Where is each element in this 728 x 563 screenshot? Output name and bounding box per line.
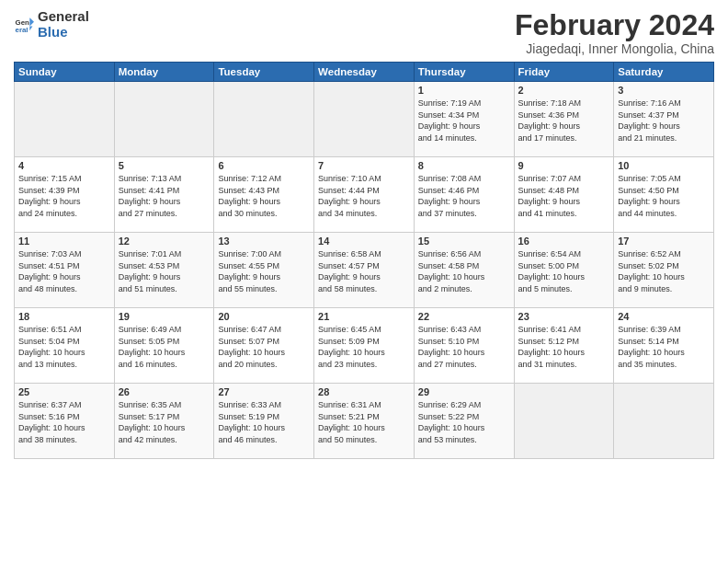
calendar-cell: 24Sunrise: 6:39 AM Sunset: 5:14 PM Dayli…	[614, 308, 714, 384]
logo-line1: General	[38, 8, 89, 24]
day-info: Sunrise: 6:49 AM Sunset: 5:05 PM Dayligh…	[119, 324, 210, 370]
column-header-friday: Friday	[514, 63, 614, 82]
calendar-cell	[514, 384, 614, 459]
calendar-cell: 13Sunrise: 7:00 AM Sunset: 4:55 PM Dayli…	[214, 233, 314, 308]
calendar-cell: 2Sunrise: 7:18 AM Sunset: 4:36 PM Daylig…	[514, 82, 614, 157]
calendar-cell	[314, 82, 415, 157]
day-info: Sunrise: 7:19 AM Sunset: 4:34 PM Dayligh…	[418, 98, 510, 144]
day-number: 14	[318, 236, 410, 247]
calendar-cell: 11Sunrise: 7:03 AM Sunset: 4:51 PM Dayli…	[15, 233, 115, 308]
svg-text:eral: eral	[16, 25, 28, 33]
day-number: 4	[18, 160, 110, 171]
calendar-cell: 1Sunrise: 7:19 AM Sunset: 4:34 PM Daylig…	[414, 82, 514, 157]
calendar-cell: 20Sunrise: 6:47 AM Sunset: 5:07 PM Dayli…	[214, 308, 314, 384]
day-number: 24	[618, 311, 710, 322]
day-number: 18	[18, 311, 110, 322]
calendar-cell: 7Sunrise: 7:10 AM Sunset: 4:44 PM Daylig…	[314, 157, 415, 233]
calendar-cell: 27Sunrise: 6:33 AM Sunset: 5:19 PM Dayli…	[214, 384, 314, 459]
day-number: 8	[418, 160, 510, 171]
calendar-cell: 10Sunrise: 7:05 AM Sunset: 4:50 PM Dayli…	[614, 157, 714, 233]
day-number: 22	[418, 311, 510, 322]
day-number: 28	[318, 386, 410, 397]
day-info: Sunrise: 6:45 AM Sunset: 5:09 PM Dayligh…	[318, 324, 410, 370]
day-info: Sunrise: 6:43 AM Sunset: 5:10 PM Dayligh…	[418, 324, 510, 370]
calendar-cell	[214, 82, 314, 157]
column-header-wednesday: Wednesday	[314, 63, 415, 82]
svg-marker-2	[29, 17, 34, 30]
day-info: Sunrise: 6:58 AM Sunset: 4:57 PM Dayligh…	[318, 248, 410, 294]
calendar-cell: 23Sunrise: 6:41 AM Sunset: 5:12 PM Dayli…	[514, 308, 614, 384]
column-header-tuesday: Tuesday	[214, 63, 314, 82]
calendar-cell: 25Sunrise: 6:37 AM Sunset: 5:16 PM Dayli…	[15, 384, 115, 459]
day-number: 27	[218, 386, 310, 397]
day-info: Sunrise: 6:41 AM Sunset: 5:12 PM Dayligh…	[518, 324, 610, 370]
calendar-cell: 3Sunrise: 7:16 AM Sunset: 4:37 PM Daylig…	[614, 82, 714, 157]
day-info: Sunrise: 7:08 AM Sunset: 4:46 PM Dayligh…	[418, 173, 510, 219]
day-info: Sunrise: 6:29 AM Sunset: 5:22 PM Dayligh…	[418, 399, 510, 445]
logo: Gen eral General Blue	[14, 9, 89, 40]
day-number: 20	[218, 311, 310, 322]
day-number: 6	[218, 160, 310, 171]
day-number: 7	[318, 160, 410, 171]
day-number: 12	[119, 236, 210, 247]
day-info: Sunrise: 6:51 AM Sunset: 5:04 PM Dayligh…	[18, 324, 110, 370]
calendar-cell: 8Sunrise: 7:08 AM Sunset: 4:46 PM Daylig…	[414, 157, 514, 233]
calendar-cell: 29Sunrise: 6:29 AM Sunset: 5:22 PM Dayli…	[414, 384, 514, 459]
logo-line2: Blue	[38, 25, 89, 40]
day-info: Sunrise: 6:37 AM Sunset: 5:16 PM Dayligh…	[18, 399, 110, 445]
day-info: Sunrise: 6:47 AM Sunset: 5:07 PM Dayligh…	[218, 324, 310, 370]
calendar-cell: 26Sunrise: 6:35 AM Sunset: 5:17 PM Dayli…	[114, 384, 214, 459]
calendar-cell: 28Sunrise: 6:31 AM Sunset: 5:21 PM Dayli…	[314, 384, 415, 459]
day-info: Sunrise: 7:15 AM Sunset: 4:39 PM Dayligh…	[18, 173, 110, 219]
calendar-cell: 17Sunrise: 6:52 AM Sunset: 5:02 PM Dayli…	[614, 233, 714, 308]
calendar-cell: 12Sunrise: 7:01 AM Sunset: 4:53 PM Dayli…	[114, 233, 214, 308]
column-header-saturday: Saturday	[614, 63, 714, 82]
day-number: 16	[518, 236, 610, 247]
calendar-cell	[15, 82, 115, 157]
day-info: Sunrise: 6:39 AM Sunset: 5:14 PM Dayligh…	[618, 324, 710, 370]
day-info: Sunrise: 7:13 AM Sunset: 4:41 PM Dayligh…	[119, 173, 210, 219]
day-number: 25	[18, 386, 110, 397]
calendar-cell: 15Sunrise: 6:56 AM Sunset: 4:58 PM Dayli…	[414, 233, 514, 308]
day-number: 23	[518, 311, 610, 322]
day-info: Sunrise: 6:54 AM Sunset: 5:00 PM Dayligh…	[518, 248, 610, 294]
day-number: 10	[618, 160, 710, 171]
day-number: 5	[119, 160, 210, 171]
day-info: Sunrise: 6:31 AM Sunset: 5:21 PM Dayligh…	[318, 399, 410, 445]
day-info: Sunrise: 6:33 AM Sunset: 5:19 PM Dayligh…	[218, 399, 310, 445]
calendar-cell: 21Sunrise: 6:45 AM Sunset: 5:09 PM Dayli…	[314, 308, 415, 384]
calendar-cell: 14Sunrise: 6:58 AM Sunset: 4:57 PM Dayli…	[314, 233, 415, 308]
day-number: 26	[119, 386, 210, 397]
calendar-cell: 22Sunrise: 6:43 AM Sunset: 5:10 PM Dayli…	[414, 308, 514, 384]
day-info: Sunrise: 7:05 AM Sunset: 4:50 PM Dayligh…	[618, 173, 710, 219]
day-info: Sunrise: 7:12 AM Sunset: 4:43 PM Dayligh…	[218, 173, 310, 219]
day-info: Sunrise: 6:35 AM Sunset: 5:17 PM Dayligh…	[119, 399, 210, 445]
day-info: Sunrise: 7:10 AM Sunset: 4:44 PM Dayligh…	[318, 173, 410, 219]
day-number: 3	[618, 85, 710, 96]
day-info: Sunrise: 6:52 AM Sunset: 5:02 PM Dayligh…	[618, 248, 710, 294]
calendar-title: February 2024	[515, 9, 714, 41]
calendar-cell: 18Sunrise: 6:51 AM Sunset: 5:04 PM Dayli…	[15, 308, 115, 384]
day-info: Sunrise: 7:03 AM Sunset: 4:51 PM Dayligh…	[18, 248, 110, 294]
day-info: Sunrise: 7:07 AM Sunset: 4:48 PM Dayligh…	[518, 173, 610, 219]
calendar-cell	[114, 82, 214, 157]
calendar-cell: 6Sunrise: 7:12 AM Sunset: 4:43 PM Daylig…	[214, 157, 314, 233]
calendar-cell: 9Sunrise: 7:07 AM Sunset: 4:48 PM Daylig…	[514, 157, 614, 233]
day-number: 2	[518, 85, 610, 96]
day-info: Sunrise: 7:00 AM Sunset: 4:55 PM Dayligh…	[218, 248, 310, 294]
calendar-table: SundayMondayTuesdayWednesdayThursdayFrid…	[14, 62, 714, 459]
day-info: Sunrise: 7:18 AM Sunset: 4:36 PM Dayligh…	[518, 98, 610, 144]
day-number: 11	[18, 236, 110, 247]
day-info: Sunrise: 7:01 AM Sunset: 4:53 PM Dayligh…	[119, 248, 210, 294]
calendar-cell: 16Sunrise: 6:54 AM Sunset: 5:00 PM Dayli…	[514, 233, 614, 308]
day-number: 13	[218, 236, 310, 247]
day-number: 1	[418, 85, 510, 96]
day-number: 21	[318, 311, 410, 322]
day-number: 17	[618, 236, 710, 247]
calendar-cell: 19Sunrise: 6:49 AM Sunset: 5:05 PM Dayli…	[114, 308, 214, 384]
day-info: Sunrise: 6:56 AM Sunset: 4:58 PM Dayligh…	[418, 248, 510, 294]
day-info: Sunrise: 7:16 AM Sunset: 4:37 PM Dayligh…	[618, 98, 710, 144]
day-number: 15	[418, 236, 510, 247]
calendar-cell: 5Sunrise: 7:13 AM Sunset: 4:41 PM Daylig…	[114, 157, 214, 233]
day-number: 19	[119, 311, 210, 322]
